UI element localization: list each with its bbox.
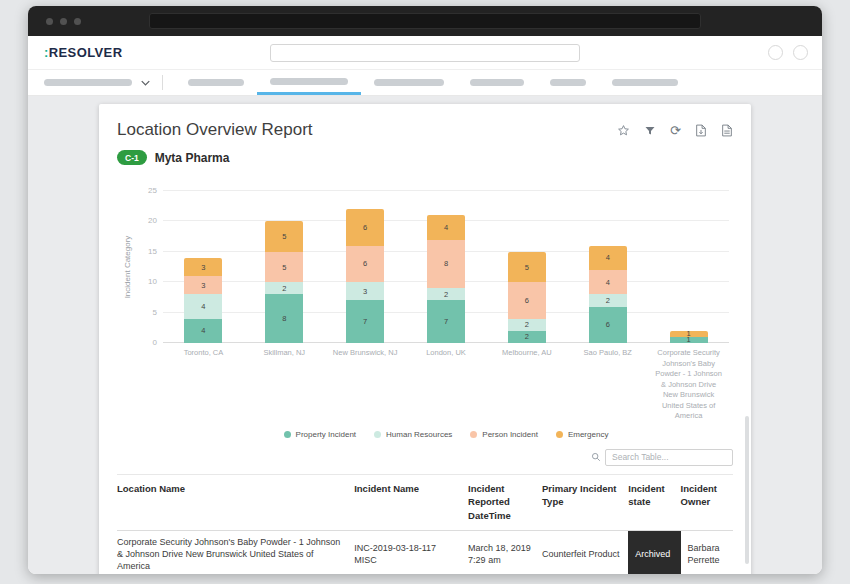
nav-item-6[interactable] — [599, 70, 691, 95]
legend-label: Property Incident — [296, 430, 356, 439]
x-axis-label: Corporate Security Johnson's Baby Powder… — [648, 348, 729, 422]
bar-column: 8255 — [244, 191, 325, 343]
legend-item: Person Incident — [470, 430, 538, 439]
column-header[interactable]: Incident state — [628, 474, 680, 530]
x-axis-label: New Brunswick, NJ — [325, 348, 406, 422]
export-report-icon[interactable] — [695, 124, 707, 137]
bar-segment[interactable]: 5 — [265, 252, 303, 282]
nav-item-1[interactable] — [175, 70, 257, 95]
content-area: Location Overview Report ⟳ — [28, 96, 822, 574]
y-axis-title: Incident Category — [123, 236, 132, 299]
column-header[interactable]: Incident Name — [354, 474, 468, 530]
bar-segment[interactable]: 6 — [589, 307, 627, 343]
nav-dropdown-label — [44, 79, 132, 86]
nav-item-4[interactable] — [457, 70, 537, 95]
bar-segment[interactable]: 8 — [427, 240, 465, 289]
column-header[interactable]: Incident Owner — [681, 474, 733, 530]
nav-item-3[interactable] — [361, 70, 457, 95]
bar-stack: 6244 — [589, 246, 627, 343]
search-icon — [591, 452, 601, 462]
x-axis-label: Sao Paulo, BZ — [567, 348, 648, 422]
column-header[interactable]: Location Name — [117, 474, 354, 530]
bar-column: 2265 — [486, 191, 567, 343]
x-axis-label: London, UK — [406, 348, 487, 422]
chevron-down-icon — [141, 80, 150, 86]
bar-segment[interactable]: 1 — [670, 337, 708, 343]
nav-bar — [28, 70, 822, 96]
bar-segment[interactable]: 3 — [346, 282, 384, 300]
y-tick-label: 5 — [135, 308, 157, 317]
bar-segment[interactable]: 4 — [184, 319, 222, 343]
y-tick-label: 25 — [135, 186, 157, 195]
incident-stacked-bar-chart: Incident Category 0510152025443382557366… — [163, 191, 729, 439]
browser-window: :RESOLVER Location Overview Report — [28, 6, 822, 574]
bar-segment[interactable]: 2 — [589, 294, 627, 306]
help-icon[interactable] — [768, 45, 783, 60]
table-row[interactable]: Corporate Security Johnson's Baby Powder… — [117, 530, 733, 574]
column-header[interactable]: Primary Incident Type — [542, 474, 628, 530]
y-tick-label: 0 — [135, 338, 157, 347]
bar-segment[interactable]: 2 — [508, 331, 546, 343]
legend-item: Human Resources — [374, 430, 452, 439]
bar-segment[interactable]: 6 — [508, 282, 546, 318]
nav-divider — [162, 75, 163, 90]
y-tick-label: 20 — [135, 216, 157, 225]
bar-segment[interactable]: 8 — [265, 294, 303, 343]
bar-segment[interactable]: 3 — [184, 276, 222, 294]
bar-segment[interactable]: 2 — [427, 288, 465, 300]
nav-dropdown[interactable] — [44, 70, 150, 95]
legend-item: Emergency — [556, 430, 608, 439]
bar-segment[interactable]: 6 — [346, 209, 384, 245]
cell-incident-name: INC-2019-03-18-117 MISC — [354, 530, 468, 574]
legend-dot — [284, 431, 291, 438]
bar-segment[interactable]: 4 — [589, 270, 627, 294]
legend-dot — [470, 431, 477, 438]
classification-badge: C-1 — [117, 150, 147, 165]
nav-item-5[interactable] — [537, 70, 599, 95]
star-icon[interactable] — [617, 124, 630, 137]
bar-segment[interactable]: 3 — [184, 258, 222, 276]
nav-item-active[interactable] — [257, 70, 361, 95]
global-search-input[interactable] — [270, 44, 580, 62]
filter-icon[interactable] — [644, 125, 656, 137]
bar-segment[interactable]: 4 — [184, 294, 222, 318]
cell-location: Corporate Security Johnson's Baby Powder… — [117, 530, 354, 574]
legend-label: Human Resources — [386, 430, 452, 439]
bar-segment[interactable]: 7 — [427, 300, 465, 343]
bar-segment[interactable]: 4 — [589, 246, 627, 270]
table-search-input[interactable] — [605, 449, 733, 466]
bar-column: 11 — [648, 191, 729, 343]
report-toolbar: ⟳ — [617, 124, 733, 137]
user-avatar[interactable] — [793, 45, 808, 60]
bar-stack: 11 — [670, 331, 708, 343]
export-table-icon[interactable] — [721, 124, 733, 137]
x-axis-label: Toronto, CA — [163, 348, 244, 422]
window-dot — [74, 18, 81, 25]
address-bar[interactable] — [149, 13, 701, 29]
bar-segment[interactable]: 5 — [265, 221, 303, 251]
legend-label: Emergency — [568, 430, 608, 439]
scrollbar-thumb[interactable] — [745, 416, 749, 564]
bar-column: 6244 — [567, 191, 648, 343]
x-axis-label: Skillman, NJ — [244, 348, 325, 422]
legend-label: Person Incident — [482, 430, 538, 439]
column-header[interactable]: Incident Reported DateTime — [468, 474, 542, 530]
bar-segment[interactable]: 5 — [508, 252, 546, 282]
bar-segment[interactable]: 4 — [427, 215, 465, 239]
bar-segment[interactable]: 2 — [265, 282, 303, 294]
cell-owner: Barbara Perrette — [681, 530, 733, 574]
legend-dot — [374, 431, 381, 438]
cell-incident-type: Counterfeit Product — [542, 530, 628, 574]
resolver-logo: :RESOLVER — [44, 45, 122, 60]
legend-item: Property Incident — [284, 430, 356, 439]
bar-column: 7284 — [406, 191, 487, 343]
bar-segment[interactable]: 7 — [346, 300, 384, 343]
bar-column: 7366 — [325, 191, 406, 343]
window-control-dots — [46, 18, 81, 25]
cell-state: Archived — [628, 530, 680, 574]
bar-segment[interactable]: 2 — [508, 319, 546, 331]
y-tick-label: 15 — [135, 247, 157, 256]
bar-segment[interactable]: 6 — [346, 246, 384, 282]
bar-stack: 8255 — [265, 221, 303, 343]
refresh-icon[interactable]: ⟳ — [670, 124, 681, 137]
